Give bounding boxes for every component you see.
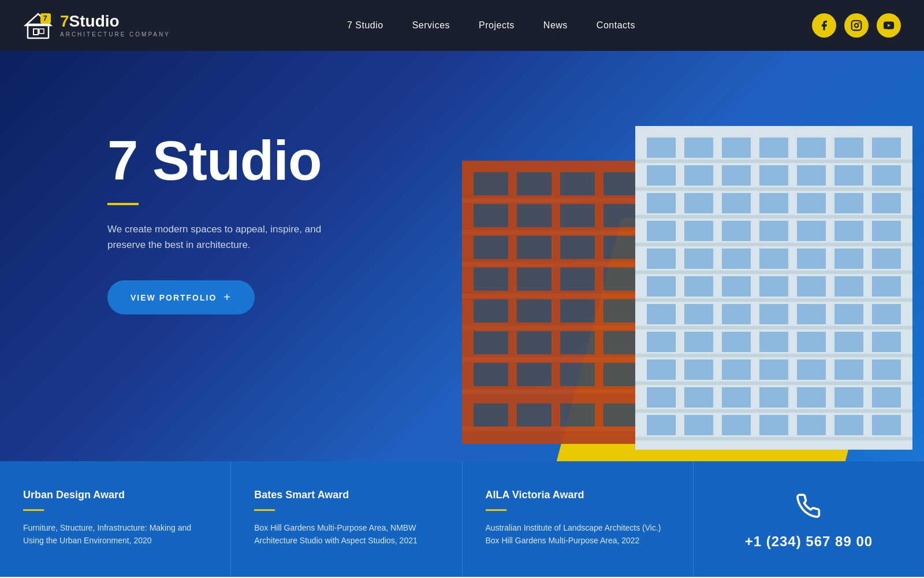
svg-rect-117 [834,360,863,380]
svg-rect-12 [517,172,552,195]
svg-rect-120 [684,387,713,407]
svg-rect-101 [759,304,788,324]
svg-rect-2 [33,29,38,35]
svg-rect-99 [684,304,713,324]
svg-point-7 [855,24,859,28]
svg-rect-95 [797,276,826,297]
svg-rect-65 [722,165,751,186]
facebook-button[interactable] [812,13,836,38]
award-divider-aila [486,509,506,511]
svg-text:7: 7 [43,14,47,23]
phone-icon [796,494,821,524]
svg-rect-67 [797,165,826,186]
svg-rect-103 [834,304,863,324]
nav-item-contacts[interactable]: Contacts [597,20,635,31]
hero-section: 7 Studio We create modern spaces to appe… [0,51,924,461]
svg-rect-88 [797,249,826,269]
svg-rect-59 [759,138,788,158]
hero-divider [107,203,139,205]
svg-rect-129 [759,415,788,435]
hero-title: 7 Studio [107,132,350,190]
nav-item-services[interactable]: Services [412,20,450,31]
plus-icon: + [223,291,232,304]
svg-point-8 [858,22,860,24]
award-text-urban: Furniture, Structure, Infrastructure: Ma… [23,521,207,547]
award-title-urban: Urban Design Award [23,489,207,501]
award-title-bates: Bates Smart Award [254,489,438,501]
svg-rect-26 [474,268,508,291]
svg-rect-124 [834,387,863,407]
svg-rect-27 [517,268,552,291]
svg-rect-78 [684,221,713,241]
hero-description: We create modern spaces to appeal, inspi… [107,221,350,253]
nav-item-news[interactable]: News [543,20,568,31]
svg-rect-37 [560,331,595,354]
svg-rect-111 [872,332,901,352]
svg-rect-16 [474,204,508,227]
svg-rect-121 [722,387,751,407]
phone-number[interactable]: +1 (234) 567 89 00 [745,533,873,550]
svg-rect-105 [647,332,676,352]
svg-rect-135 [635,215,912,218]
svg-rect-97 [872,276,901,297]
award-title-aila: AILA Victoria Award [486,489,670,501]
svg-rect-24 [603,236,638,259]
svg-rect-34 [603,299,638,323]
social-links [812,13,901,38]
svg-rect-106 [684,332,713,352]
awards-grid: Urban Design Award Furniture, Structure,… [0,461,924,577]
logo[interactable]: 7 7Studio Architecture Company [23,10,170,40]
svg-rect-91 [647,276,676,297]
svg-rect-45 [560,403,595,427]
svg-rect-61 [834,138,863,158]
svg-rect-92 [684,276,713,297]
youtube-button[interactable] [877,13,901,38]
svg-rect-18 [560,204,595,227]
svg-rect-93 [722,276,751,297]
svg-rect-113 [684,360,713,380]
svg-rect-11 [474,172,508,195]
svg-rect-133 [635,160,912,163]
award-divider-urban [23,509,44,511]
instagram-button[interactable] [844,13,869,38]
logo-subtitle: Architecture Company [60,31,170,38]
svg-rect-134 [635,187,912,191]
svg-rect-80 [759,221,788,241]
svg-rect-38 [603,331,638,354]
svg-rect-86 [722,249,751,269]
svg-rect-41 [560,363,595,386]
logo-icon: 7 [23,10,53,40]
svg-rect-83 [872,221,901,241]
svg-rect-122 [759,387,788,407]
nav-item-7studio[interactable]: 7 Studio [347,20,383,31]
svg-rect-138 [635,298,912,302]
svg-rect-64 [684,165,713,186]
svg-rect-13 [560,172,595,195]
svg-rect-87 [759,249,788,269]
view-portfolio-button[interactable]: VIEW PORTFOLIO + [107,280,255,314]
contact-col: +1 (234) 567 89 00 [694,461,924,577]
svg-rect-89 [834,249,863,269]
nav-item-projects[interactable]: Projects [479,20,515,31]
svg-rect-130 [797,415,826,435]
svg-rect-60 [797,138,826,158]
svg-rect-81 [797,221,826,241]
svg-rect-14 [603,172,638,195]
svg-rect-29 [603,268,638,291]
svg-rect-116 [797,360,826,380]
svg-rect-32 [517,299,552,323]
svg-rect-72 [722,193,751,213]
svg-rect-96 [834,276,863,297]
svg-rect-98 [647,304,676,324]
svg-rect-3 [39,29,44,34]
logo-title: 7Studio [60,13,170,29]
svg-rect-115 [759,360,788,380]
svg-rect-142 [635,409,912,413]
svg-rect-137 [635,271,912,274]
svg-rect-57 [684,138,713,158]
svg-rect-139 [635,326,912,329]
svg-rect-100 [722,304,751,324]
svg-rect-6 [852,21,862,31]
header: 7 7Studio Architecture Company 7 Studio … [0,0,924,51]
svg-rect-74 [797,193,826,213]
